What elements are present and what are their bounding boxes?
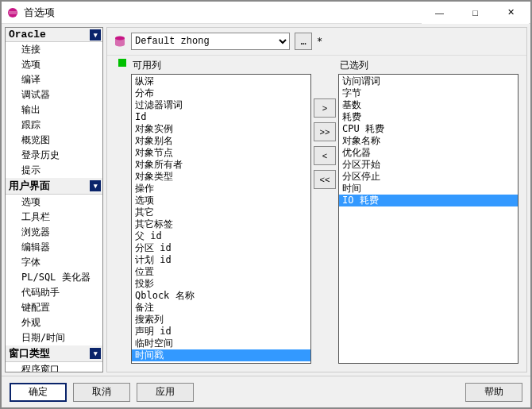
- list-item[interactable]: 访问谓词: [339, 75, 518, 87]
- selected-column-group: 已选列 访问谓词字节基数耗费CPU 耗费对象名称优化器分区开始分区停止时间IO …: [338, 57, 519, 364]
- list-item[interactable]: 对象节点: [132, 147, 310, 159]
- list-item[interactable]: 搜索列: [132, 314, 310, 326]
- list-item[interactable]: 声明 id: [132, 326, 310, 338]
- ok-button[interactable]: 确定: [10, 383, 67, 402]
- sidebar-item[interactable]: 浏览器: [6, 225, 102, 240]
- sidebar-item[interactable]: 编译: [6, 72, 102, 87]
- columns-area: 可用列 纵深分布过滤器谓词Id对象实例对象别名对象节点对象所有者对象类型操作选项…: [107, 55, 526, 372]
- list-item[interactable]: 分区开始: [339, 159, 518, 171]
- collapse-icon[interactable]: ▾: [90, 29, 101, 41]
- main-area: Oracle▾连接选项编译调试器输出跟踪概览图登录历史提示用户界面▾选项工具栏浏…: [2, 24, 530, 376]
- sidebar-item[interactable]: 选项: [6, 195, 102, 210]
- sidebar-item[interactable]: 键配置: [6, 300, 102, 315]
- selected-list[interactable]: 访问谓词字节基数耗费CPU 耗费对象名称优化器分区开始分区停止时间IO 耗费: [338, 74, 519, 364]
- list-item[interactable]: 其它: [132, 206, 310, 218]
- list-item[interactable]: 对象实例: [132, 123, 310, 135]
- sidebar-item[interactable]: 外观: [6, 315, 102, 330]
- sidebar-group-header[interactable]: Oracle▾: [6, 28, 102, 42]
- category-tree[interactable]: Oracle▾连接选项编译调试器输出跟踪概览图登录历史提示用户界面▾选项工具栏浏…: [5, 27, 103, 372]
- list-item[interactable]: 对象所有者: [132, 159, 310, 171]
- profile-select[interactable]: Default zhong: [131, 33, 290, 50]
- sidebar-group-header[interactable]: 窗口类型▾: [6, 345, 102, 362]
- detail-panel: Default zhong … * 可用列 纵深分布过滤器谓词Id对象实例对象别…: [106, 27, 527, 372]
- list-item[interactable]: 时间: [339, 183, 518, 195]
- list-item[interactable]: 纵深: [132, 75, 310, 87]
- list-item[interactable]: 其它标签: [132, 218, 310, 230]
- move-all-left-button[interactable]: <<: [314, 170, 336, 189]
- list-item[interactable]: 基数: [339, 99, 518, 111]
- list-item[interactable]: 分布: [132, 87, 310, 99]
- sidebar-item[interactable]: 调试器: [6, 87, 102, 102]
- list-item[interactable]: 过滤器谓词: [132, 99, 310, 111]
- sidebar-item[interactable]: 概览图: [6, 133, 102, 148]
- list-item[interactable]: 对象类型: [132, 171, 310, 183]
- sidebar-item[interactable]: 代码助手: [6, 285, 102, 300]
- sidebar-item[interactable]: 程序窗口: [6, 362, 102, 372]
- list-item[interactable]: 对象名称: [339, 135, 518, 147]
- sidebar-item[interactable]: 连接: [6, 42, 102, 57]
- sidebar-item[interactable]: 字体: [6, 255, 102, 270]
- move-right-button[interactable]: >: [314, 98, 336, 118]
- available-label: 可用列: [131, 57, 311, 74]
- list-item[interactable]: Id: [132, 111, 310, 123]
- footer-bar: 确定 取消 应用 帮助: [2, 376, 530, 407]
- list-item[interactable]: IO 耗费: [339, 195, 518, 206]
- svg-rect-1: [9, 11, 17, 14]
- list-item[interactable]: 位置: [132, 266, 310, 278]
- sidebar-item[interactable]: PL/SQL 美化器: [6, 270, 102, 285]
- available-list[interactable]: 纵深分布过滤器谓词Id对象实例对象别名对象节点对象所有者对象类型操作选项其它其它…: [131, 74, 311, 364]
- app-icon: [6, 6, 19, 19]
- sidebar-group-label: Oracle: [9, 29, 46, 41]
- list-item[interactable]: 父 id: [132, 230, 310, 242]
- list-item[interactable]: 优化器: [339, 147, 518, 159]
- selected-label: 已选列: [338, 57, 519, 74]
- browse-button[interactable]: …: [295, 33, 312, 50]
- list-item[interactable]: 时间戳: [132, 349, 310, 361]
- close-button[interactable]: ✕: [493, 2, 529, 24]
- list-item[interactable]: 字节: [339, 87, 518, 99]
- sidebar-group-header[interactable]: 用户界面▾: [6, 178, 102, 195]
- apply-button[interactable]: 应用: [137, 383, 194, 402]
- profile-icon: [114, 35, 126, 48]
- sidebar-item[interactable]: 跟踪: [6, 118, 102, 133]
- list-item[interactable]: 选项: [132, 195, 310, 206]
- sidebar-item[interactable]: 选项: [6, 57, 102, 72]
- move-all-right-button[interactable]: >>: [314, 122, 336, 141]
- list-item[interactable]: Qblock 名称: [132, 290, 310, 302]
- collapse-icon[interactable]: ▾: [90, 180, 101, 191]
- list-item[interactable]: 操作: [132, 183, 310, 195]
- sidebar-item[interactable]: 提示: [6, 163, 102, 178]
- sidebar-item[interactable]: 输出: [6, 102, 102, 118]
- list-item[interactable]: 分区 id: [132, 242, 310, 254]
- dirty-indicator: *: [317, 36, 322, 47]
- list-item[interactable]: 耗费: [339, 111, 518, 123]
- list-item[interactable]: 备注: [132, 302, 310, 314]
- sidebar-group-label: 用户界面: [9, 179, 50, 193]
- title-bar: 首选项 — □ ✕: [2, 2, 530, 24]
- list-item[interactable]: 计划 id: [132, 254, 310, 266]
- minimize-button[interactable]: —: [422, 2, 457, 24]
- available-column-group: 可用列 纵深分布过滤器谓词Id对象实例对象别名对象节点对象所有者对象类型操作选项…: [131, 57, 311, 364]
- sidebar-group-label: 窗口类型: [9, 346, 50, 361]
- move-left-button[interactable]: <: [314, 146, 336, 165]
- cancel-button[interactable]: 取消: [73, 383, 130, 402]
- help-button[interactable]: 帮助: [465, 383, 522, 402]
- sidebar-item[interactable]: 工具栏: [6, 210, 102, 225]
- list-item[interactable]: 投影: [132, 278, 310, 290]
- list-item[interactable]: 分区停止: [339, 171, 518, 183]
- sidebar-item[interactable]: 日期/时间: [6, 330, 102, 345]
- maximize-button[interactable]: □: [457, 2, 493, 24]
- sidebar-item[interactable]: 编辑器: [6, 240, 102, 255]
- change-indicator: [118, 59, 126, 67]
- sidebar-item[interactable]: 登录历史: [6, 148, 102, 163]
- list-item[interactable]: 临时空间: [132, 338, 310, 349]
- window-title: 首选项: [24, 6, 422, 20]
- profile-bar: Default zhong … *: [107, 28, 526, 55]
- collapse-icon[interactable]: ▾: [90, 348, 101, 359]
- list-item[interactable]: CPU 耗费: [339, 123, 518, 135]
- list-item[interactable]: 对象别名: [132, 135, 310, 147]
- move-buttons: > >> < <<: [311, 57, 338, 364]
